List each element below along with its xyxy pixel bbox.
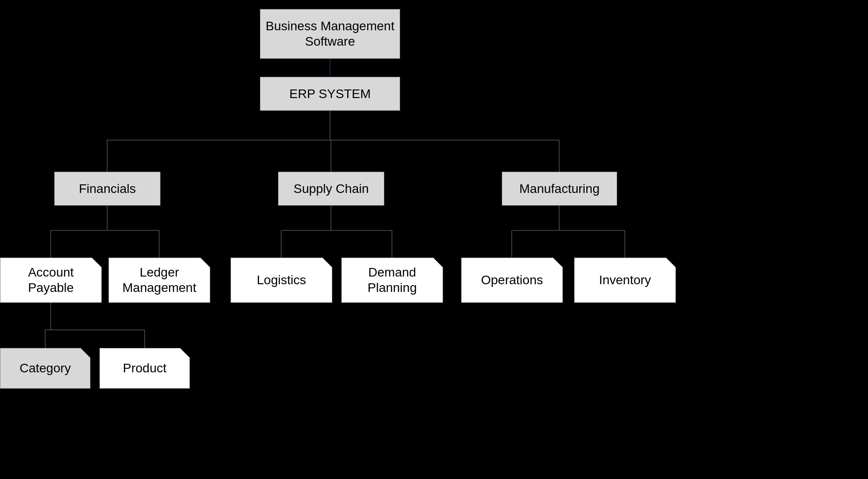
connector-lines xyxy=(0,0,868,479)
operations-node: Operations xyxy=(461,258,563,303)
account-payable-node: AccountPayable xyxy=(0,258,102,303)
manufacturing-node: Manufacturing xyxy=(502,172,617,206)
financials-node: Financials xyxy=(54,172,160,206)
inventory-node: Inventory xyxy=(574,258,676,303)
supply-chain-node: Supply Chain xyxy=(278,172,384,206)
ledger-management-node: LedgerManagement xyxy=(108,258,210,303)
logistics-node: Logistics xyxy=(231,258,332,303)
category-node: Category xyxy=(0,348,90,389)
diagram: Business ManagementSoftware ERP SYSTEM F… xyxy=(0,0,868,479)
product-node: Product xyxy=(99,348,190,389)
erp-system-node: ERP SYSTEM xyxy=(260,77,400,111)
demand-planning-node: DemandPlanning xyxy=(341,258,443,303)
business-management-node: Business ManagementSoftware xyxy=(260,9,400,59)
